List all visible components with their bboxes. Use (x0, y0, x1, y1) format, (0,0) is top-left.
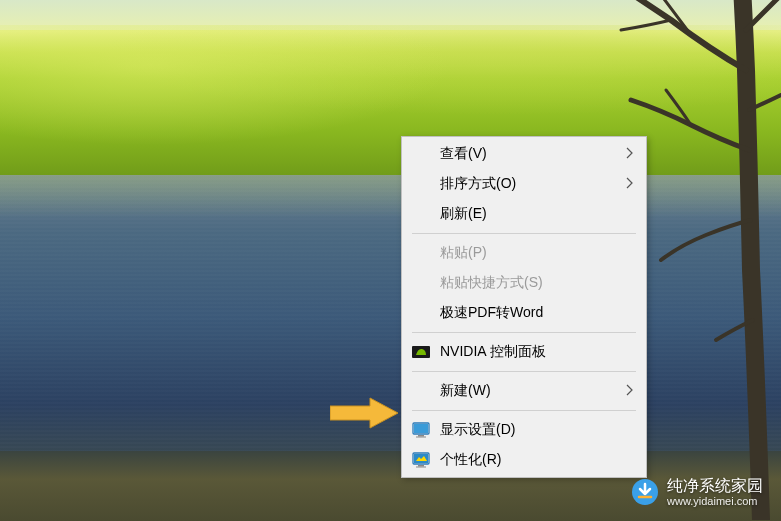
menu-label: 显示设置(D) (440, 421, 515, 439)
menu-item-refresh[interactable]: 刷新(E) (402, 199, 646, 229)
menu-label: 粘贴快捷方式(S) (440, 274, 543, 292)
watermark-url: www.yidaimei.com (667, 495, 763, 507)
menu-label: 粘贴(P) (440, 244, 487, 262)
watermark-logo-icon (631, 478, 659, 506)
menu-item-display-settings[interactable]: 显示设置(D) (402, 415, 646, 445)
watermark: 纯净系统家园 www.yidaimei.com (631, 476, 763, 507)
personalize-icon (412, 451, 430, 469)
menu-label: 刷新(E) (440, 205, 487, 223)
svg-marker-9 (330, 398, 398, 428)
svg-rect-2 (414, 424, 428, 433)
menu-item-paste-shortcut: 粘贴快捷方式(S) (402, 268, 646, 298)
menu-item-personalize[interactable]: 个性化(R) (402, 445, 646, 475)
menu-item-nvidia[interactable]: NVIDIA 控制面板 (402, 337, 646, 367)
svg-rect-8 (416, 467, 426, 468)
menu-item-paste: 粘贴(P) (402, 238, 646, 268)
menu-separator (412, 233, 636, 234)
desktop-wallpaper[interactable] (0, 0, 781, 521)
svg-rect-7 (418, 465, 424, 467)
menu-separator (412, 410, 636, 411)
menu-label: 排序方式(O) (440, 175, 516, 193)
desktop-context-menu: 查看(V) 排序方式(O) 刷新(E) 粘贴(P) 粘贴快捷方式(S) 极速PD… (401, 136, 647, 478)
menu-item-view[interactable]: 查看(V) (402, 139, 646, 169)
watermark-title: 纯净系统家园 (667, 477, 763, 494)
menu-label: 查看(V) (440, 145, 487, 163)
menu-item-sort[interactable]: 排序方式(O) (402, 169, 646, 199)
svg-rect-6 (414, 454, 428, 463)
menu-separator (412, 332, 636, 333)
chevron-right-icon (626, 383, 634, 399)
menu-label: NVIDIA 控制面板 (440, 343, 546, 361)
chevron-right-icon (626, 176, 634, 192)
menu-separator (412, 371, 636, 372)
watermark-text: 纯净系统家园 www.yidaimei.com (667, 476, 763, 507)
monitor-icon (412, 421, 430, 439)
svg-rect-4 (416, 437, 426, 438)
callout-arrow-icon (330, 396, 398, 430)
menu-label: 个性化(R) (440, 451, 501, 469)
menu-item-pdf-to-word[interactable]: 极速PDF转Word (402, 298, 646, 328)
svg-rect-3 (418, 435, 424, 437)
menu-item-new[interactable]: 新建(W) (402, 376, 646, 406)
menu-label: 新建(W) (440, 382, 491, 400)
nvidia-icon (412, 343, 430, 361)
chevron-right-icon (626, 146, 634, 162)
menu-label: 极速PDF转Word (440, 304, 543, 322)
